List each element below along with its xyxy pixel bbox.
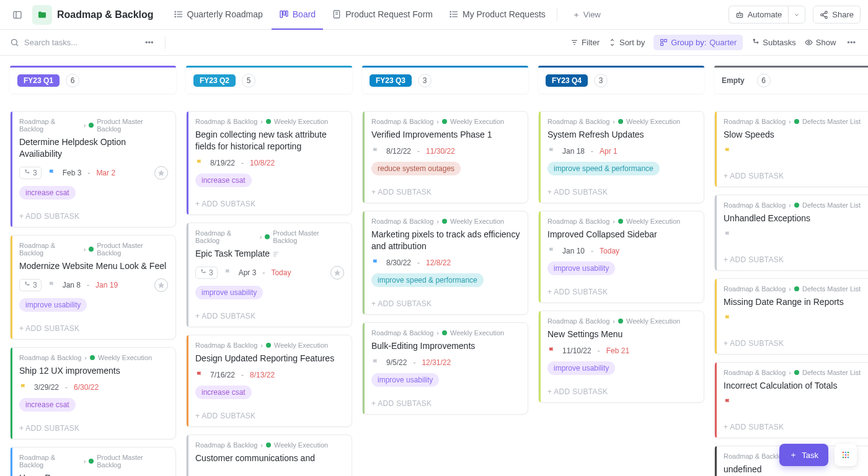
column-header[interactable]: FY23 Q4 3 [538,68,704,94]
task-card[interactable]: Roadmap & Backlog›Defects Master List In… [714,362,868,438]
breadcrumb[interactable]: Roadmap & Backlog›Weekly Execution [195,118,344,125]
task-card[interactable]: Roadmap & Backlog›Weekly Execution New S… [538,311,704,403]
sort-button[interactable]: Sort by [608,38,645,47]
date-end: 8/13/22 [250,371,275,379]
breadcrumb[interactable]: Roadmap & Backlog›Product Master Backlog [19,242,168,257]
add-subtask-button[interactable]: + ADD SUBTASK [11,207,175,227]
breadcrumb[interactable]: Roadmap & Backlog›Product Master Backlog [19,454,168,469]
breadcrumb[interactable]: Roadmap & Backlog›Defects Master List [724,118,868,125]
card-title: Modernize Website Menu Look & Feel [19,260,168,272]
subtask-count[interactable]: 3 [19,279,42,291]
task-card[interactable]: Roadmap & Backlog›Weekly Execution Desig… [186,335,352,427]
tag[interactable]: increase csat [19,398,76,412]
breadcrumb[interactable]: Roadmap & Backlog›Defects Master List [724,369,868,376]
task-card[interactable]: Roadmap & Backlog›Weekly Execution Impro… [538,211,704,303]
column-header[interactable]: FY23 Q3 3 [362,68,528,94]
task-card[interactable]: Roadmap & Backlog›Weekly Execution Syste… [538,111,704,203]
tag[interactable]: increase csat [195,386,252,399]
star-icon[interactable] [154,166,168,180]
search-input[interactable] [24,38,123,47]
breadcrumb[interactable]: Roadmap & Backlog›Defects Master List [724,285,868,293]
status-dot [266,119,271,124]
tag[interactable]: improve speed & performance [371,273,484,287]
add-subtask-button[interactable]: + ADD SUBTASK [539,283,704,302]
task-card[interactable]: Roadmap & Backlog›Weekly Execution Begin… [186,111,352,215]
tag[interactable]: increase csat [195,174,252,187]
breadcrumb[interactable]: Roadmap & Backlog›Weekly Execution [195,342,344,349]
breadcrumb[interactable]: Roadmap & Backlog›Weekly Execution [371,118,520,125]
tag[interactable]: increase csat [19,186,76,200]
breadcrumb[interactable]: Roadmap & Backlog›Weekly Execution [547,317,696,325]
task-card[interactable]: Roadmap & Backlog›Product Master Backlog… [186,223,352,327]
show-button[interactable]: Show [805,38,836,47]
tab-my-product-requests[interactable]: My Product Requests [441,0,553,30]
sidebar-toggle[interactable] [7,5,27,25]
automate-button[interactable]: Automate [728,6,789,24]
tag[interactable]: reduce system outages [371,162,461,175]
add-subtask-button[interactable]: + ADD SUBTASK [363,294,528,314]
more-dots[interactable]: ••• [143,35,156,50]
tab-product-request-form[interactable]: Product Request Form [324,0,440,30]
task-card[interactable]: Roadmap & Backlog›Product Master Backlog… [10,447,176,476]
task-card[interactable]: Roadmap & Backlog›Weekly Execution Verif… [362,111,528,203]
add-subtask-button[interactable]: + ADD SUBTASK [11,319,175,339]
apps-button[interactable] [835,444,857,466]
star-icon[interactable] [154,278,168,292]
add-subtask-button[interactable]: + ADD SUBTASK [715,418,868,438]
automate-dropdown[interactable] [788,6,805,24]
add-subtask-button[interactable]: + ADD SUBTASK [715,334,868,354]
add-subtask-button[interactable]: + ADD SUBTASK [539,183,704,203]
breadcrumb[interactable]: Roadmap & Backlog›Weekly Execution [371,218,520,225]
breadcrumb[interactable]: Roadmap & Backlog›Product Master Backlog [19,118,168,133]
task-card[interactable]: Roadmap & Backlog›Product Master Backlog… [10,235,176,340]
column-header[interactable]: FY23 Q2 5 [186,68,352,94]
task-card[interactable]: Roadmap & Backlog›Product Master Backlog… [10,111,176,227]
add-subtask-button[interactable]: + ADD SUBTASK [539,382,704,402]
subtasks-button[interactable]: Subtasks [751,38,795,47]
tab-quarterly-roadmap[interactable]: Quarterly Roadmap [166,0,270,30]
share-button[interactable]: Share [813,6,861,24]
breadcrumb[interactable]: Roadmap & Backlog›Defects Master List [724,201,868,209]
new-task-button[interactable]: ＋ Task [779,444,828,466]
tag[interactable]: improve speed & performance [547,162,660,175]
task-card[interactable]: Roadmap & Backlog›Weekly Execution Bulk-… [362,322,528,415]
svg-point-55 [843,454,844,456]
breadcrumb[interactable]: Roadmap & Backlog›Product Master Backlog [195,229,344,244]
add-subtask-button[interactable]: + ADD SUBTASK [715,250,868,270]
add-subtask-button[interactable]: + ADD SUBTASK [715,167,868,187]
add-subtask-button[interactable]: + ADD SUBTASK [363,183,528,203]
add-subtask-button[interactable]: + ADD SUBTASK [187,195,352,214]
breadcrumb[interactable]: Roadmap & Backlog›Weekly Execution [547,118,696,125]
task-card[interactable]: Roadmap & Backlog›Weekly Execution Marke… [362,211,528,315]
tag[interactable]: improve usability [547,262,615,275]
task-card[interactable]: Roadmap & Backlog›Defects Master List Sl… [714,111,868,187]
add-subtask-button[interactable]: + ADD SUBTASK [363,394,528,414]
add-subtask-button[interactable]: + ADD SUBTASK [187,307,352,327]
subtask-count[interactable]: 3 [19,167,42,179]
breadcrumb[interactable]: Roadmap & Backlog›Weekly Execution [19,354,168,361]
add-view-button[interactable]: ＋ View [565,9,608,20]
add-subtask-button[interactable]: + ADD SUBTASK [187,407,352,426]
tab-board[interactable]: Board [272,0,323,30]
star-icon[interactable] [330,266,344,280]
filter-button[interactable]: Filter [570,38,600,47]
column-header[interactable]: Empty 6 [714,68,868,94]
task-card[interactable]: Roadmap & Backlog›Defects Master List Mi… [714,278,868,355]
tag[interactable]: improve usability [547,361,615,375]
card-title: Ship 12 UX improvements [19,365,168,377]
tag[interactable]: improve usability [371,373,439,387]
tag[interactable]: improve usability [19,298,87,312]
task-card[interactable]: Roadmap & Backlog›Weekly Execution Ship … [10,347,176,439]
task-card[interactable]: Roadmap & Backlog›Defects Master List Un… [714,195,868,271]
breadcrumb[interactable]: Roadmap & Backlog›Weekly Execution [547,218,696,225]
task-card[interactable]: Roadmap & Backlog›Weekly Execution Custo… [186,434,352,476]
tag[interactable]: improve usability [195,286,263,299]
breadcrumb[interactable]: Roadmap & Backlog›Weekly Execution [195,441,344,449]
add-subtask-button[interactable]: + ADD SUBTASK [11,419,175,439]
breadcrumb[interactable]: Roadmap & Backlog›Weekly Execution [371,329,520,337]
subtask-count[interactable]: 3 [195,267,218,279]
column-header[interactable]: FY23 Q1 6 [10,68,176,94]
card-meta: 3/29/22-6/30/22 [19,383,168,392]
group-by-button[interactable]: Group by: Quarter [653,35,743,50]
overflow-menu[interactable]: ••• [844,35,858,50]
